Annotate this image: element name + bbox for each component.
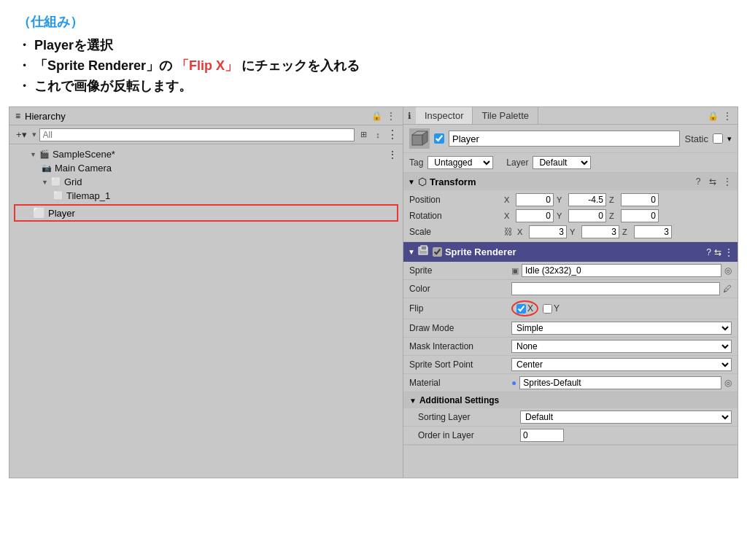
player-label: Player: [48, 208, 75, 219]
object-header: Static ▾: [403, 125, 738, 153]
scale-x-input[interactable]: [529, 225, 567, 238]
layer-select[interactable]: Default: [533, 156, 591, 169]
hierarchy-scene-item[interactable]: ▼ 🎬 SampleScene* ⋮: [9, 147, 403, 161]
material-label: Material: [409, 378, 511, 388]
transform-options-icon[interactable]: ⋮: [721, 176, 733, 187]
pipette-icon[interactable]: 🖊: [723, 284, 732, 294]
tilemap-icon: ⬜: [53, 191, 63, 201]
sr-options-icon[interactable]: ⋮: [724, 247, 733, 257]
instruction-item-3: ・ これで画像が反転します。: [18, 77, 729, 95]
material-target-icon[interactable]: ◎: [724, 378, 732, 388]
hierarchy-panel-icon: ≡: [15, 111, 20, 121]
sorting-layer-value: Default: [520, 411, 732, 424]
sprite-value: ▣ ◎: [511, 264, 732, 277]
object-name-input[interactable]: [449, 131, 680, 147]
tab-tile-palette[interactable]: Tile Palette: [473, 107, 538, 124]
position-z-input[interactable]: [621, 193, 659, 206]
sprite-input[interactable]: [522, 264, 721, 277]
flip-y-checkbox[interactable]: [543, 304, 552, 314]
flip-x-checkbox[interactable]: [516, 304, 526, 314]
sprite-renderer-header[interactable]: ▼ Sprite Renderer ? ⇆ ⋮: [403, 242, 738, 262]
rotation-z-input[interactable]: [621, 209, 659, 222]
hierarchy-player-item[interactable]: ⬜ Player: [14, 204, 398, 222]
rotation-row: Rotation X Y Z: [403, 208, 738, 224]
static-dropdown-arrow[interactable]: ▾: [727, 134, 732, 144]
pos-y-label: Y: [557, 195, 565, 204]
sr-enabled-checkbox[interactable]: [433, 247, 442, 257]
tab-inspector[interactable]: Inspector: [416, 107, 473, 124]
material-value: ● ◎: [511, 376, 732, 389]
options-dots[interactable]: ⋮: [385, 110, 397, 122]
hierarchy-search[interactable]: [39, 128, 355, 141]
bullet: ・: [18, 79, 31, 93]
panel-options-icon[interactable]: ⋮: [387, 128, 398, 141]
info-icon: ℹ: [403, 108, 416, 124]
sr-expand-arrow: ▼: [408, 248, 415, 256]
instruction-text-2a: 「Sprite Renderer」の: [34, 58, 176, 73]
rotation-x-input[interactable]: [516, 209, 554, 222]
sort-icon[interactable]: ↕: [372, 129, 384, 141]
tag-layer-row: Tag Untagged Layer Default: [403, 153, 738, 173]
lock-icon-inspector[interactable]: 🔒: [707, 110, 719, 122]
static-label: Static: [684, 133, 708, 144]
mask-interaction-select[interactable]: None Visible Inside Mask Visible Outside…: [511, 340, 732, 353]
instruction-text-2b: にチェックを入れる: [241, 58, 360, 73]
flip-values: X Y: [511, 300, 560, 316]
tag-select[interactable]: Untagged: [427, 156, 493, 169]
instruction-text-1: Playerを選択: [34, 38, 113, 52]
order-in-layer-label: Order in Layer: [418, 430, 520, 440]
sprite-sort-point-select[interactable]: Center Pivot: [511, 358, 732, 371]
sprite-sort-point-row: Sprite Sort Point Center Pivot: [403, 356, 738, 374]
object-enabled-checkbox[interactable]: [434, 133, 444, 144]
order-in-layer-input[interactable]: [520, 429, 564, 442]
sprite-target-icon[interactable]: ◎: [724, 265, 732, 276]
add-button[interactable]: +▾: [14, 128, 29, 141]
player-cube-icon: ⬜: [33, 207, 45, 219]
hierarchy-tilemap-item[interactable]: ⬜ Tilemap_1: [9, 189, 403, 203]
tilemap-label: Tilemap_1: [66, 190, 110, 201]
transform-menu-icon[interactable]: ⇆: [707, 176, 719, 187]
lock-icon[interactable]: 🔒: [371, 110, 382, 122]
sprite-sort-point-value: Center Pivot: [511, 358, 732, 371]
scale-y-label: Y: [570, 228, 578, 236]
hierarchy-header: ≡ Hierarchy 🔒 ⋮: [9, 107, 403, 125]
color-swatch[interactable]: [511, 282, 720, 295]
main-panels: ≡ Hierarchy 🔒 ⋮ +▾ ▾ ⊞ ↕ ⋮ ▼ 🎬 SampleSce…: [9, 106, 738, 478]
transform-help-icon[interactable]: ?: [692, 176, 704, 187]
draw-mode-select[interactable]: Simple Sliced Tiled: [511, 322, 732, 335]
bullet: ・: [18, 38, 31, 52]
flip-y-group: Y: [543, 303, 560, 314]
additional-settings-body: Sorting Layer Default Order in Layer: [403, 408, 738, 445]
scale-y-input[interactable]: [581, 225, 619, 238]
static-checkbox[interactable]: [713, 133, 723, 144]
hierarchy-grid-item[interactable]: ▼ ⬜ Grid: [9, 175, 403, 189]
scale-z-label: Z: [622, 228, 631, 236]
position-y-input[interactable]: [568, 193, 606, 206]
position-label: Position: [409, 195, 504, 205]
hierarchy-camera-item[interactable]: 📷 Main Camera: [9, 161, 403, 175]
hierarchy-header-icons: 🔒 ⋮: [371, 110, 397, 122]
additional-settings-header[interactable]: ▼ Additional Settings: [403, 392, 738, 408]
sorting-layer-select[interactable]: Default: [520, 411, 732, 424]
hierarchy-panel: ≡ Hierarchy 🔒 ⋮ +▾ ▾ ⊞ ↕ ⋮ ▼ 🎬 SampleSce…: [9, 107, 403, 478]
mask-interaction-label: Mask Interaction: [409, 341, 511, 351]
rot-z-label: Z: [609, 211, 618, 220]
scene-options[interactable]: ⋮: [388, 149, 397, 160]
expand-triangle: ▼: [30, 151, 36, 158]
rotation-y-input[interactable]: [568, 209, 606, 222]
color-value: 🖊: [511, 282, 732, 295]
position-x-input[interactable]: [516, 193, 554, 206]
sr-help-icon[interactable]: ?: [706, 247, 711, 257]
instruction-item-1: ・ Playerを選択: [18, 36, 729, 54]
sprite-field-row: Sprite ▣ ◎: [403, 262, 738, 280]
instruction-text-3: これで画像が反転します。: [34, 79, 192, 93]
sr-menu-icon[interactable]: ⇆: [714, 247, 721, 257]
filter-icon[interactable]: ⊞: [357, 129, 369, 141]
scale-x-label: X: [517, 228, 526, 236]
sprite-renderer-component: ▼ Sprite Renderer ? ⇆ ⋮ Sprite: [403, 242, 738, 446]
transform-header[interactable]: ▼ ⬡ Transform ? ⇆ ⋮: [403, 173, 738, 190]
inspector-options-dots[interactable]: ⋮: [721, 110, 733, 122]
scale-z-input[interactable]: [634, 225, 672, 238]
material-input[interactable]: [519, 376, 721, 389]
svg-rect-0: [412, 135, 422, 145]
